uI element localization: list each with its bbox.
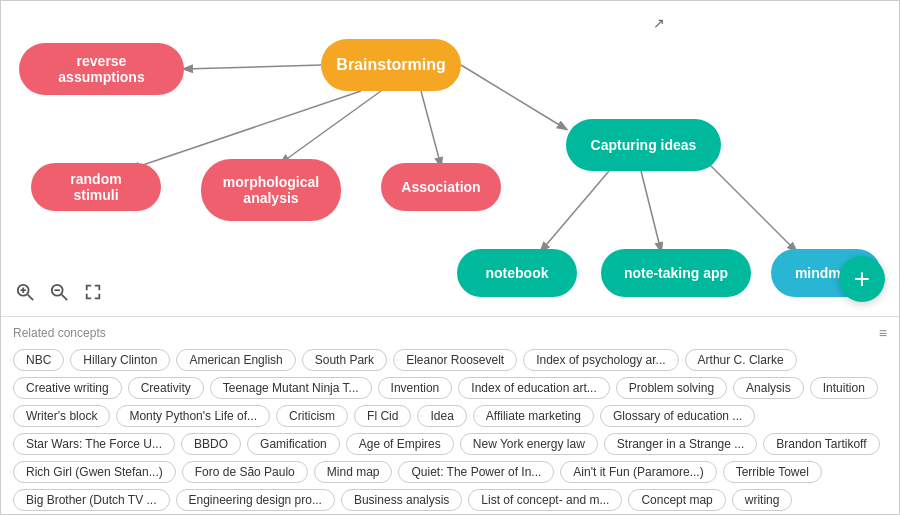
svg-line-6 <box>641 171 661 251</box>
tag-item[interactable]: Glossary of education ... <box>600 405 755 427</box>
tag-item[interactable]: Invention <box>378 377 453 399</box>
tag-item[interactable]: Problem solving <box>616 377 727 399</box>
tag-item[interactable]: Hillary Clinton <box>70 349 170 371</box>
zoom-out-button[interactable] <box>45 281 73 308</box>
mind-map-canvas: Brainstorming reverse assumptions random… <box>1 1 900 316</box>
tag-item[interactable]: Age of Empires <box>346 433 454 455</box>
tag-item[interactable]: New York energy law <box>460 433 598 455</box>
tag-item[interactable]: Quiet: The Power of In... <box>398 461 554 483</box>
svg-line-5 <box>541 171 609 251</box>
tag-item[interactable]: Fl Cid <box>354 405 411 427</box>
zoom-in-button[interactable] <box>11 281 39 308</box>
tag-item[interactable]: Intuition <box>810 377 878 399</box>
tag-item[interactable]: Rich Girl (Gwen Stefan...) <box>13 461 176 483</box>
node-capturing-ideas[interactable]: Capturing ideas <box>566 119 721 171</box>
tag-item[interactable]: Mind map <box>314 461 393 483</box>
tag-item[interactable]: List of concept- and m... <box>468 489 622 511</box>
tag-item[interactable]: writing <box>732 489 793 511</box>
tag-item[interactable]: Idea <box>417 405 466 427</box>
node-morphological-analysis[interactable]: morphological analysis <box>201 159 341 221</box>
svg-line-0 <box>184 65 321 69</box>
node-random-stimuli[interactable]: random stimuli <box>31 163 161 211</box>
tag-item[interactable]: Star Wars: The Force U... <box>13 433 175 455</box>
cursor: ↗ <box>653 15 665 31</box>
tag-item[interactable]: Writer's block <box>13 405 110 427</box>
node-reverse-assumptions[interactable]: reverse assumptions <box>19 43 184 95</box>
node-note-taking-app[interactable]: note-taking app <box>601 249 751 297</box>
expand-button[interactable] <box>79 281 107 308</box>
tag-item[interactable]: Concept map <box>628 489 725 511</box>
tag-item[interactable]: Monty Python's Life of... <box>116 405 270 427</box>
tag-item[interactable]: Affiliate marketing <box>473 405 594 427</box>
tag-item[interactable]: Analysis <box>733 377 804 399</box>
tag-item[interactable]: Stranger in a Strange ... <box>604 433 757 455</box>
tag-item[interactable]: Arthur C. Clarke <box>685 349 797 371</box>
tag-item[interactable]: Creative writing <box>13 377 122 399</box>
node-brainstorming[interactable]: Brainstorming <box>321 39 461 91</box>
tag-item[interactable]: Eleanor Roosevelt <box>393 349 517 371</box>
tag-item[interactable]: Index of education art... <box>458 377 609 399</box>
svg-line-2 <box>281 91 381 163</box>
tag-item[interactable]: Ain't it Fun (Paramore...) <box>560 461 716 483</box>
filter-icon[interactable]: ≡ <box>879 325 887 341</box>
tag-item[interactable]: Terrible Towel <box>723 461 822 483</box>
tag-item[interactable]: Business analysis <box>341 489 462 511</box>
tag-item[interactable]: Creativity <box>128 377 204 399</box>
related-concepts-header: Related concepts ≡ <box>13 325 887 341</box>
svg-line-13 <box>62 295 67 300</box>
tag-item[interactable]: Brandon Tartikoff <box>763 433 879 455</box>
tag-item[interactable]: Index of psychology ar... <box>523 349 678 371</box>
zoom-controls <box>11 281 107 308</box>
tag-item[interactable]: South Park <box>302 349 387 371</box>
tag-item[interactable]: Teenage Mutant Ninja T... <box>210 377 372 399</box>
tag-item[interactable]: Engineering design pro... <box>176 489 335 511</box>
node-association[interactable]: Association <box>381 163 501 211</box>
node-notebook[interactable]: notebook <box>457 249 577 297</box>
add-node-button[interactable]: + <box>839 256 885 302</box>
svg-line-9 <box>28 295 33 300</box>
tags-container: NBCHillary ClintonAmerican EnglishSouth … <box>13 349 887 511</box>
tag-item[interactable]: Criticism <box>276 405 348 427</box>
tag-item[interactable]: NBC <box>13 349 64 371</box>
tag-item[interactable]: Foro de São Paulo <box>182 461 308 483</box>
svg-line-3 <box>421 91 441 166</box>
tag-item[interactable]: BBDO <box>181 433 241 455</box>
related-concepts-section: Related concepts ≡ NBCHillary ClintonAme… <box>1 316 899 515</box>
svg-line-1 <box>131 91 361 169</box>
tag-item[interactable]: Big Brother (Dutch TV ... <box>13 489 170 511</box>
svg-line-7 <box>701 156 796 251</box>
svg-line-4 <box>461 65 566 129</box>
tag-item[interactable]: Gamification <box>247 433 340 455</box>
tag-item[interactable]: American English <box>176 349 295 371</box>
